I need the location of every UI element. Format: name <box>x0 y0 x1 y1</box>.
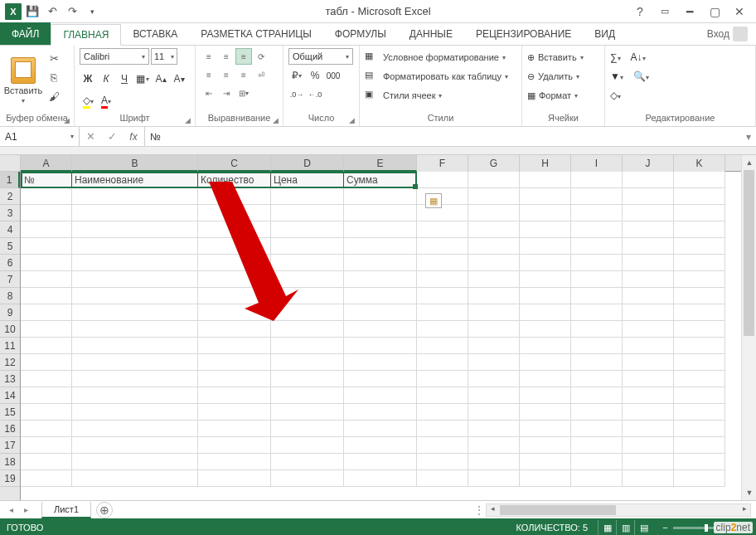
cell[interactable] <box>520 304 571 321</box>
cell[interactable] <box>571 271 623 288</box>
close-icon[interactable]: ✕ <box>728 2 751 21</box>
cell[interactable] <box>674 238 725 255</box>
cell[interactable] <box>344 271 417 288</box>
row-header[interactable]: 6 <box>0 255 20 271</box>
cell[interactable] <box>21 421 72 437</box>
cell[interactable] <box>468 188 520 205</box>
view-normal-icon[interactable]: ▦ <box>598 520 616 535</box>
cell[interactable] <box>674 454 725 470</box>
row-header[interactable]: 5 <box>0 238 20 255</box>
font-launcher-icon[interactable]: ◢ <box>182 114 193 125</box>
cells-area[interactable]: №НаименованиеКоличествоЦенаСумма <box>21 172 741 500</box>
save-icon[interactable]: 💾 <box>23 2 41 21</box>
cell[interactable] <box>468 470 520 487</box>
cell[interactable] <box>674 188 725 205</box>
cell[interactable] <box>21 271 72 288</box>
format-cells-button[interactable]: ▦Формат▾ <box>527 86 599 105</box>
cell[interactable] <box>21 288 72 304</box>
cell[interactable] <box>674 304 725 321</box>
cell[interactable] <box>417 470 468 487</box>
cell[interactable] <box>571 387 623 404</box>
column-header[interactable]: I <box>571 155 623 172</box>
insert-function-icon[interactable]: fx <box>123 131 144 143</box>
cell[interactable] <box>271 188 344 205</box>
scroll-up-icon[interactable]: ▲ <box>742 155 756 170</box>
conditional-formatting-button[interactable]: ▦ Условное форматирование▾ <box>365 48 516 66</box>
cell[interactable] <box>468 387 520 404</box>
column-header[interactable]: B <box>72 155 198 172</box>
cell[interactable] <box>674 437 725 454</box>
cell[interactable] <box>21 304 72 321</box>
cell[interactable] <box>674 371 725 387</box>
cell[interactable] <box>417 338 468 354</box>
cell[interactable] <box>21 188 72 205</box>
cell[interactable] <box>417 238 468 255</box>
cell[interactable] <box>674 172 725 188</box>
cell[interactable] <box>520 221 571 238</box>
cell[interactable] <box>623 205 674 221</box>
cell-styles-button[interactable]: ▣ Стили ячеек▾ <box>365 86 516 105</box>
cell[interactable] <box>344 421 417 437</box>
cell[interactable] <box>571 338 623 354</box>
cell[interactable] <box>623 338 674 354</box>
cell[interactable] <box>344 470 417 487</box>
cell[interactable] <box>271 338 344 354</box>
cell[interactable] <box>468 371 520 387</box>
cell[interactable] <box>468 205 520 221</box>
cell[interactable] <box>271 404 344 421</box>
formula-input[interactable]: № <box>145 127 741 146</box>
cell[interactable] <box>520 387 571 404</box>
cell[interactable] <box>271 221 344 238</box>
cell[interactable] <box>623 238 674 255</box>
cell[interactable] <box>417 387 468 404</box>
cell[interactable] <box>468 404 520 421</box>
cell[interactable] <box>21 404 72 421</box>
cell[interactable] <box>72 205 198 221</box>
cell[interactable] <box>344 304 417 321</box>
cell[interactable] <box>623 437 674 454</box>
autosum-icon[interactable]: ∑▾ <box>610 51 621 63</box>
increase-decimal-icon[interactable]: .0→ <box>288 86 305 103</box>
cell[interactable] <box>72 421 198 437</box>
cell[interactable] <box>571 421 623 437</box>
tab-home[interactable]: ГЛАВНАЯ <box>51 24 121 46</box>
decrease-decimal-icon[interactable]: ←.0 <box>307 86 323 103</box>
horizontal-scroll-thumb[interactable] <box>500 505 616 515</box>
cell[interactable] <box>468 221 520 238</box>
format-painter-icon[interactable]: 🖌 <box>45 88 63 105</box>
cell[interactable] <box>468 271 520 288</box>
cell[interactable] <box>21 221 72 238</box>
cell[interactable] <box>72 188 198 205</box>
cell[interactable] <box>623 255 674 271</box>
view-page-layout-icon[interactable]: ▥ <box>616 520 634 535</box>
cell[interactable] <box>623 387 674 404</box>
tab-view[interactable]: ВИД <box>583 23 627 45</box>
orientation-icon[interactable]: ⟳ <box>253 48 269 65</box>
cell[interactable] <box>520 172 571 188</box>
cell[interactable] <box>271 304 344 321</box>
cell[interactable] <box>417 288 468 304</box>
cell[interactable] <box>417 172 468 188</box>
cell[interactable] <box>344 221 417 238</box>
italic-button[interactable]: К <box>98 71 114 87</box>
cell[interactable] <box>520 404 571 421</box>
cell[interactable] <box>520 338 571 354</box>
cell[interactable] <box>271 437 344 454</box>
cell[interactable] <box>468 172 520 188</box>
font-color-button[interactable]: A▾ <box>98 93 114 109</box>
cell[interactable] <box>417 354 468 371</box>
cell[interactable] <box>198 288 271 304</box>
cell[interactable] <box>271 321 344 338</box>
cell[interactable] <box>21 238 72 255</box>
sheet-tab[interactable]: Лист1 <box>41 502 91 518</box>
cell[interactable] <box>344 288 417 304</box>
cell[interactable] <box>571 238 623 255</box>
cell[interactable] <box>344 238 417 255</box>
cell[interactable] <box>571 354 623 371</box>
cell[interactable] <box>520 188 571 205</box>
cell[interactable] <box>417 437 468 454</box>
cell[interactable] <box>623 288 674 304</box>
cell[interactable] <box>344 321 417 338</box>
cell[interactable] <box>623 470 674 487</box>
cell[interactable] <box>198 221 271 238</box>
